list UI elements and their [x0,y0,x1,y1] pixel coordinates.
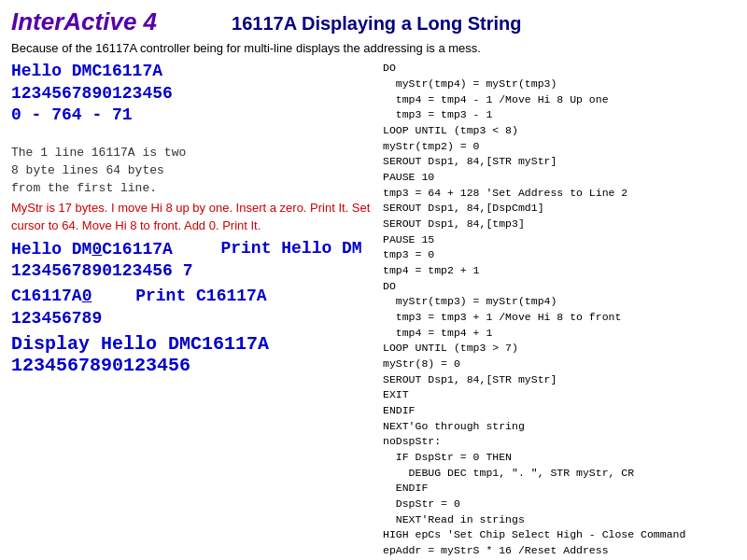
code-line-debug: DEBUG DEC tmp1, ". ", STR myStr, CR [383,466,736,482]
display-digits3: 123456789 [11,308,102,329]
print-label-1: Print Hello DM [220,239,361,258]
app-title: InterActive 4 [11,7,157,36]
display-hello: Hello DMC16117A [11,61,173,82]
code-line-mystr-tmp3: myStr(tmp3) = myStr(tmp4) [383,294,736,310]
code-line-nodspstr: noDspStr: [383,434,736,450]
page-subtitle: 16117A Displaying a Long String [232,13,521,35]
display-block-1: Hello DMC16117A 1234567890123456 0 - 764… [11,61,375,198]
code-line-tmp4-add: tmp4 = tmp4 + 1 [383,326,736,342]
inline-desc: The 1 line 16117A is two 8 byte lines 64… [11,145,198,198]
right-code-block: DO myStr(tmp4) = myStr(tmp3) tmp4 = tmp4… [383,61,736,560]
display-digits2: 1234567890123456 7 [11,260,192,282]
code-line-dspstr0: DspStr = 0 [383,497,736,512]
code-line-serout1: SEROUT Dsp1, 84,[STR myStr] [383,154,736,170]
code-line-tmp3-1: tmp3 = tmp3 - 1 [383,107,736,123]
display-digits4: 1234567890123456 [11,355,375,376]
display-block-2: Hello DM0C16117A 1234567890123456 7 Prin… [11,239,375,283]
code-line-next-read: NEXT'Read in strings [383,512,736,528]
code-line-loop1: LOOP UNTIL (tmp3 < 8) [383,123,736,139]
code-line-mystr-tmp4: myStr(tmp4) = myStr(tmp3) [383,77,736,92]
code-line-tmp3-front: tmp3 = tmp3 + 1 /Move Hi 8 to front [383,310,736,326]
display-numbers: 0 - 764 - 71 [11,105,173,126]
code-line-if-dspstr: IF DspStr = 0 THEN [383,450,736,466]
code-line-tmp4-1: tmp4 = tmp4 - 1 /Move Hi 8 Up one [383,92,736,108]
description-text: MyStr is 17 bytes. I move Hi 8 up by one… [11,200,375,235]
main-content: Hello DMC16117A 1234567890123456 0 - 764… [11,61,736,560]
code-line-endif2: ENDIF [383,481,736,497]
code-line-tmp3-0: tmp3 = 0 [383,247,736,263]
code-line-pause2: PAUSE 15 [383,232,736,248]
underline-0: 0 [92,240,102,259]
code-line-serout-cmd1: SEROUT Dsp1, 84,[DspCmd1] [383,201,736,217]
code-line-serout2: SEROUT Dsp1, 84,[STR myStr] [383,372,736,388]
code-line-next: NEXT'Go through string [383,419,736,435]
underline-0-2: 0 [82,287,92,305]
code-line-serout-tmp3: SEROUT Dsp1, 84,[tmp3] [383,217,736,232]
print-label-2: Print C16117A [135,287,266,305]
code-line-exit: EXIT [383,387,736,403]
right-panel: DO myStr(tmp4) = myStr(tmp3) tmp4 = tmp4… [375,61,736,560]
page: InterActive 4 16117A Displaying a Long S… [0,0,747,560]
header: InterActive 4 16117A Displaying a Long S… [11,7,736,36]
display-col-3a: C16117A0 123456789 [11,286,102,329]
code-line-mystr-tmp2: myStr(tmp2) = 0 [383,139,736,155]
code-line-mystr8: myStr(8) = 0 [383,357,736,372]
display-col-2b: Print Hello DM [220,239,361,258]
code-line-do2: DO [383,279,736,295]
display-hello-dm: Hello DM0C16117A [11,239,192,260]
display-digits1: 1234567890123456 [11,83,173,105]
code-line-loop2: LOOP UNTIL (tmp3 > 7) [383,341,736,357]
code-line-endif1: ENDIF [383,403,736,419]
print-col-3b: Print C16117A [135,287,266,305]
display-col-2a: Hello DM0C16117A 1234567890123456 7 [11,239,192,283]
code-line-high-epcs: HIGH epCs 'Set Chip Select High - Close … [383,527,736,543]
code-line-pause1: PAUSE 10 [383,170,736,186]
code-line-tmp3-64: tmp3 = 64 + 128 'Set Address to Line 2 [383,186,736,202]
intro-text: Because of the 16117A controller being f… [11,40,736,57]
display-block-3: C16117A0 123456789 Print C16117A [11,286,375,329]
display-c16117: C16117A0 [11,286,102,307]
display-col-1: Hello DMC16117A 1234567890123456 0 - 764… [11,61,173,126]
code-line-epaddr: epAddr = myStrS * 16 /Reset Address [383,543,736,559]
display-block-4: Display Hello DMC16117A 1234567890123456 [11,333,375,376]
display-hello-full: Display Hello DMC16117A [11,333,375,355]
code-line-tmp4-tmp2: tmp4 = tmp2 + 1 [383,263,736,279]
left-panel: Hello DMC16117A 1234567890123456 0 - 764… [11,61,375,560]
code-line-do1: DO [383,61,736,77]
